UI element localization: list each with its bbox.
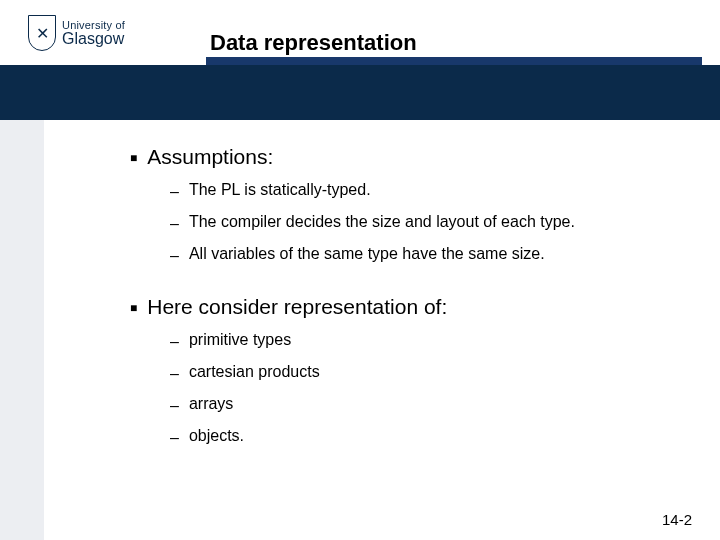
bullet-level1: ■ Here consider representation of: xyxy=(130,295,680,319)
square-bullet-icon: ■ xyxy=(130,301,137,315)
bullet-level2: – All variables of the same type have th… xyxy=(170,245,680,265)
bullet-text: cartesian products xyxy=(189,363,320,381)
bullet-text: primitive types xyxy=(189,331,291,349)
dash-bullet-icon: – xyxy=(170,429,179,447)
header-blue-block xyxy=(0,65,720,120)
logo-line2: Glasgow xyxy=(62,31,125,47)
slide: ✕ University of Glasgow Data representat… xyxy=(0,0,720,540)
title-underline xyxy=(206,57,702,65)
square-bullet-icon: ■ xyxy=(130,151,137,165)
content-area: ■ Assumptions: – The PL is statically-ty… xyxy=(130,135,680,459)
bullet-text: All variables of the same type have the … xyxy=(189,245,545,263)
dash-bullet-icon: – xyxy=(170,333,179,351)
dash-bullet-icon: – xyxy=(170,397,179,415)
logo-line1: University of xyxy=(62,20,125,31)
dash-bullet-icon: – xyxy=(170,247,179,265)
bullet-text: objects. xyxy=(189,427,244,445)
bullet-level1: ■ Assumptions: xyxy=(130,145,680,169)
page-number: 14-2 xyxy=(662,511,692,528)
bullet-level2: – The compiler decides the size and layo… xyxy=(170,213,680,233)
bullet-text: arrays xyxy=(189,395,233,413)
bullet-level2: – cartesian products xyxy=(170,363,680,383)
slide-title: Data representation xyxy=(210,30,417,56)
university-logo: ✕ University of Glasgow xyxy=(28,15,125,51)
bullet-level2: – The PL is statically-typed. xyxy=(170,181,680,201)
dash-bullet-icon: – xyxy=(170,365,179,383)
bullet-text: The PL is statically-typed. xyxy=(189,181,371,199)
crest-inner-icon: ✕ xyxy=(36,24,49,43)
bullet-text: Here consider representation of: xyxy=(147,295,447,319)
left-grey-strip xyxy=(0,120,44,540)
bullet-text: The compiler decides the size and layout… xyxy=(189,213,575,231)
bullet-level2: – objects. xyxy=(170,427,680,447)
bullet-level2: – primitive types xyxy=(170,331,680,351)
logo-text: University of Glasgow xyxy=(62,20,125,47)
bullet-level2: – arrays xyxy=(170,395,680,415)
bullet-text: Assumptions: xyxy=(147,145,273,169)
dash-bullet-icon: – xyxy=(170,215,179,233)
crest-icon: ✕ xyxy=(28,15,56,51)
dash-bullet-icon: – xyxy=(170,183,179,201)
